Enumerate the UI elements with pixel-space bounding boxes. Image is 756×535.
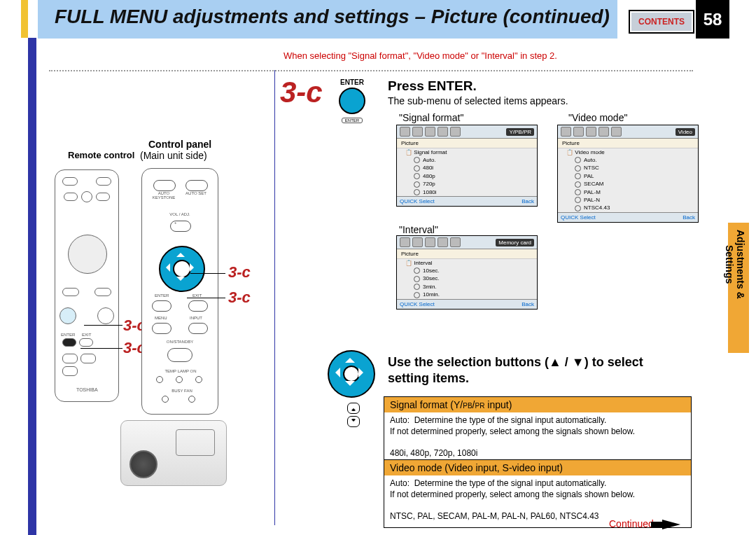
leader-line <box>80 348 122 349</box>
signal-format-menu: Y/PB/PR Picture 📋 Signal format Auto. 48… <box>396 125 538 207</box>
step-3c-badge: 3-c <box>280 76 323 109</box>
page-title: FULL MENU adjustments and settings – Pic… <box>55 6 610 28</box>
video-mode-info-title: Video mode (Video input, S-video input) <box>384 460 691 475</box>
leader-line <box>187 298 225 298</box>
callout-3c-panel-1: 3-c <box>228 263 251 282</box>
press-enter-heading: Press ENTER. <box>388 78 477 94</box>
main-unit-label: (Main unit side) <box>140 150 207 161</box>
dotted-divider <box>49 70 693 71</box>
leader-line <box>190 273 225 274</box>
selection-dpad-icon <box>328 350 372 395</box>
interval-label: "Interval" <box>399 224 438 235</box>
selection-heading: Use the selection buttons (▲ / ▼) to sel… <box>388 354 682 386</box>
interval-menu: Memory card Picture 📋 Interval 10sec. 30… <box>396 235 538 310</box>
enter-button-diagram: ENTER ENTER <box>328 78 377 123</box>
contents-button-label: CONTENTS <box>638 17 685 27</box>
section-tab-label: Adjustments & Settings <box>729 230 746 299</box>
control-dpad-icon <box>159 246 202 289</box>
up-down-buttons-icon <box>347 401 360 429</box>
page-number: 58 <box>696 0 729 39</box>
remote-dpad-icon <box>68 235 107 274</box>
step2-note: When selecting "Signal format", "Video m… <box>284 50 557 61</box>
continued-label: Continued <box>609 518 654 529</box>
signal-format-info: Signal format (Y/PB/PR input) Auto: Dete… <box>384 396 692 465</box>
video-mode-menu: Video Picture 📋 Video mode Auto. NTSC PA… <box>557 125 699 223</box>
video-mode-label: "Video mode" <box>568 112 627 123</box>
press-enter-desc: The sub-menu of selected items appears. <box>388 95 568 106</box>
yellow-side-strip <box>21 0 28 38</box>
remote-control-illustration: ENTER EXIT TOSHIBA <box>55 169 119 402</box>
remote-control-label: Remote control <box>68 150 134 160</box>
projector-illustration <box>120 420 227 486</box>
column-divider <box>274 70 275 525</box>
leader-line <box>84 325 122 326</box>
signal-format-label: "Signal format" <box>399 112 463 123</box>
projector-lens-icon <box>130 450 158 478</box>
enter-circle-icon <box>339 88 365 114</box>
contents-button[interactable]: CONTENTS <box>630 11 693 32</box>
signal-format-info-title: Signal format (Y/PB/PR input) <box>384 397 691 412</box>
blue-side-strip <box>28 0 36 535</box>
continued-arrow-icon <box>662 520 680 529</box>
callout-3c-panel-2: 3-c <box>228 289 251 307</box>
enter-label-bottom: ENTER <box>342 118 363 123</box>
enter-label-top: ENTER <box>328 78 377 86</box>
control-panel-illustration: AUTO KEYSTONE AUTO SET VOL / ADJ. + ENTE… <box>141 168 218 415</box>
control-panel-label: Control panel <box>148 139 211 150</box>
